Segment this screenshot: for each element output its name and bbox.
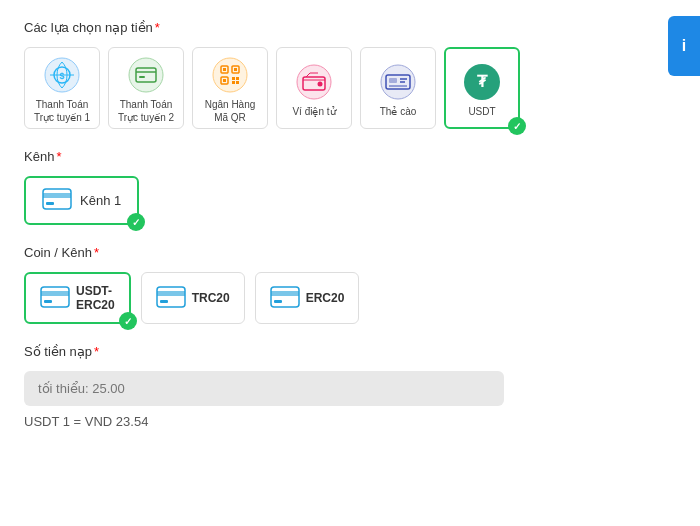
svg-rect-40 [271, 291, 299, 296]
svg-rect-10 [223, 68, 226, 71]
svg-point-8 [213, 58, 247, 92]
svg-rect-37 [157, 291, 185, 296]
qr-icon [211, 56, 249, 94]
payment-option-online1[interactable]: $ Thanh ToánTrực tuyến 1 [24, 47, 100, 129]
payment-option-usdt[interactable]: ₮ USDT ✓ [444, 47, 520, 129]
svg-rect-7 [139, 76, 145, 78]
online2-icon [127, 56, 165, 94]
amount-section: Số tiền nạp* USDT 1 = VND 23.54 [24, 344, 676, 429]
coin-option-trc20[interactable]: TRC20 [141, 272, 245, 324]
amount-label: Số tiền nạp* [24, 344, 676, 359]
amount-input[interactable] [24, 371, 504, 406]
channel-option-kenh1[interactable]: Kênh 1 ✓ [24, 176, 139, 225]
usdt-icon: ₮ [463, 63, 501, 101]
payment-option-wallet[interactable]: Ví điện tử [276, 47, 352, 129]
svg-rect-33 [41, 287, 69, 307]
payment-options-list: $ Thanh ToánTrực tuyến 1 [24, 47, 676, 129]
channel-label: Kênh* [24, 149, 676, 164]
svg-rect-39 [271, 287, 299, 307]
svg-rect-34 [41, 291, 69, 296]
svg-rect-41 [274, 300, 282, 303]
svg-rect-14 [223, 79, 226, 82]
payment-option-online2[interactable]: Thanh ToánTrực tuyến 2 [108, 47, 184, 129]
svg-rect-36 [157, 287, 185, 307]
usdt-erc20-label: USDT-ERC20 [76, 284, 115, 312]
svg-rect-31 [43, 193, 71, 198]
svg-rect-16 [236, 77, 239, 80]
scratch-icon [379, 63, 417, 101]
payment-option-qr[interactable]: Ngân HàngMã QR [192, 47, 268, 129]
svg-rect-17 [232, 81, 235, 84]
coin-section: Coin / Kênh* USDT-ERC20 ✓ [24, 245, 676, 324]
coin-option-usdt-erc20[interactable]: USDT-ERC20 ✓ [24, 272, 131, 324]
wallet-label: Ví điện tử [292, 105, 335, 118]
trc20-label: TRC20 [192, 291, 230, 305]
svg-rect-24 [389, 78, 397, 83]
channel-card-icon [42, 188, 72, 213]
kenh1-check: ✓ [127, 213, 145, 231]
online1-icon: $ [43, 56, 81, 94]
svg-rect-18 [236, 81, 239, 84]
online1-label: Thanh ToánTrực tuyến 1 [34, 98, 90, 124]
usdt-label: USDT [468, 105, 495, 118]
svg-rect-32 [46, 202, 54, 205]
main-content: i Các lựa chọn nạp tiền* $ Thanh ToánTrự… [0, 0, 700, 469]
svg-point-4 [129, 58, 163, 92]
channel-options-list: Kênh 1 ✓ [24, 176, 676, 225]
info-icon: i [682, 37, 686, 55]
svg-rect-12 [234, 68, 237, 71]
kenh1-label: Kênh 1 [80, 193, 121, 208]
channel-section: Kênh* Kênh 1 ✓ [24, 149, 676, 225]
payment-options-label: Các lựa chọn nạp tiền* [24, 20, 676, 35]
coin-label: Coin / Kênh* [24, 245, 676, 260]
svg-text:₮: ₮ [477, 73, 488, 90]
scratch-label: Thẻ cào [380, 105, 417, 118]
online2-label: Thanh ToánTrực tuyến 2 [118, 98, 174, 124]
trc20-card-icon [156, 286, 186, 311]
usdt-erc20-check: ✓ [119, 312, 137, 330]
coin-option-erc20[interactable]: ERC20 [255, 272, 360, 324]
svg-text:$: $ [59, 71, 64, 81]
erc20-card-icon [270, 286, 300, 311]
exchange-rate: USDT 1 = VND 23.54 [24, 414, 676, 429]
svg-rect-38 [160, 300, 168, 303]
info-button[interactable]: i [668, 16, 700, 76]
svg-point-21 [318, 81, 323, 86]
wallet-icon [295, 63, 333, 101]
usdt-erc20-card-icon [40, 286, 70, 311]
payment-options-section: Các lựa chọn nạp tiền* $ Thanh ToánTrực … [24, 20, 676, 129]
erc20-label: ERC20 [306, 291, 345, 305]
payment-option-scratch[interactable]: Thẻ cào [360, 47, 436, 129]
coin-options-list: USDT-ERC20 ✓ TRC20 [24, 272, 676, 324]
svg-point-19 [297, 65, 331, 99]
svg-rect-30 [43, 189, 71, 209]
svg-rect-35 [44, 300, 52, 303]
svg-rect-15 [232, 77, 235, 80]
usdt-check: ✓ [508, 117, 526, 135]
qr-label: Ngân HàngMã QR [205, 98, 256, 124]
